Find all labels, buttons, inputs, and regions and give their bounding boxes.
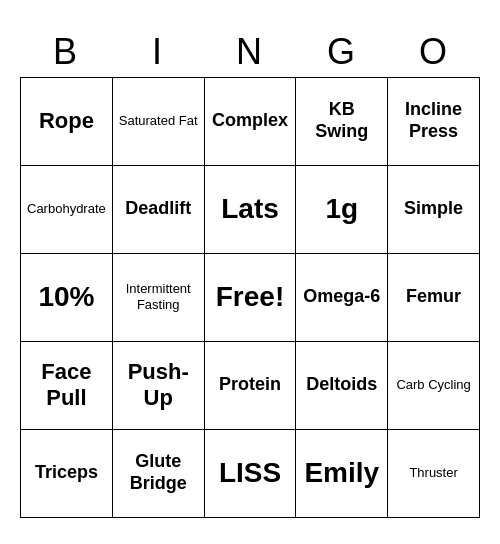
cell-label: LISS <box>219 456 281 490</box>
bingo-cell: Carbohydrate <box>21 166 113 254</box>
bingo-header: BINGO <box>20 27 480 77</box>
cell-label: Face Pull <box>25 359 108 412</box>
cell-label: Push-Up <box>117 359 200 412</box>
bingo-cell: Intermittent Fasting <box>113 254 205 342</box>
bingo-cell: Glute Bridge <box>113 430 205 518</box>
bingo-cell: 10% <box>21 254 113 342</box>
bingo-cell: Saturated Fat <box>113 78 205 166</box>
cell-label: Carbohydrate <box>27 201 106 217</box>
bingo-cell: Emily <box>296 430 388 518</box>
cell-label: KB Swing <box>300 99 383 142</box>
cell-label: Free! <box>216 280 284 314</box>
cell-label: Thruster <box>409 465 457 481</box>
bingo-cell: Deadlift <box>113 166 205 254</box>
bingo-card: BINGO RopeSaturated FatComplexKB SwingIn… <box>20 27 480 518</box>
cell-label: Intermittent Fasting <box>117 281 200 312</box>
cell-label: Femur <box>406 286 461 308</box>
bingo-cell: KB Swing <box>296 78 388 166</box>
cell-label: Deltoids <box>306 374 377 396</box>
header-letter: O <box>388 27 480 77</box>
bingo-cell: Lats <box>205 166 297 254</box>
cell-label: Deadlift <box>125 198 191 220</box>
cell-label: 1g <box>325 192 358 226</box>
bingo-cell: Triceps <box>21 430 113 518</box>
bingo-cell: Protein <box>205 342 297 430</box>
bingo-cell: Incline Press <box>388 78 480 166</box>
bingo-cell: LISS <box>205 430 297 518</box>
bingo-cell: Omega-6 <box>296 254 388 342</box>
cell-label: Saturated Fat <box>119 113 198 129</box>
cell-label: Rope <box>39 108 94 134</box>
cell-label: Complex <box>212 110 288 132</box>
header-letter: B <box>20 27 112 77</box>
cell-label: Carb Cycling <box>396 377 470 393</box>
bingo-cell: Thruster <box>388 430 480 518</box>
header-letter: N <box>204 27 296 77</box>
cell-label: Incline Press <box>392 99 475 142</box>
bingo-cell: Simple <box>388 166 480 254</box>
bingo-cell: Complex <box>205 78 297 166</box>
header-letter: I <box>112 27 204 77</box>
header-letter: G <box>296 27 388 77</box>
cell-label: Lats <box>221 192 279 226</box>
cell-label: Glute Bridge <box>117 451 200 494</box>
bingo-cell: Carb Cycling <box>388 342 480 430</box>
cell-label: Emily <box>304 456 379 490</box>
bingo-cell: Deltoids <box>296 342 388 430</box>
cell-label: Triceps <box>35 462 98 484</box>
bingo-cell: 1g <box>296 166 388 254</box>
cell-label: Omega-6 <box>303 286 380 308</box>
bingo-cell: Rope <box>21 78 113 166</box>
bingo-cell: Push-Up <box>113 342 205 430</box>
cell-label: Simple <box>404 198 463 220</box>
bingo-cell: Femur <box>388 254 480 342</box>
cell-label: 10% <box>38 280 94 314</box>
bingo-cell: Free! <box>205 254 297 342</box>
bingo-cell: Face Pull <box>21 342 113 430</box>
cell-label: Protein <box>219 374 281 396</box>
bingo-grid: RopeSaturated FatComplexKB SwingIncline … <box>20 77 480 518</box>
